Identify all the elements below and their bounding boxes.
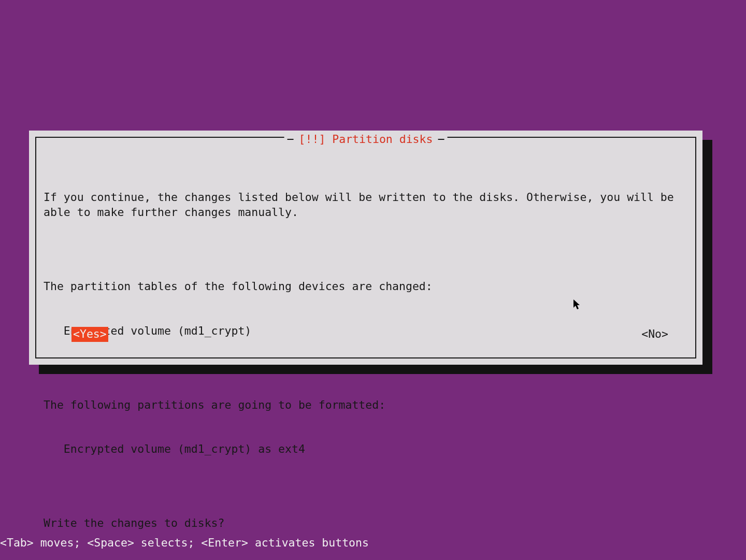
title-rule-right — [438, 139, 444, 140]
partition-dialog: [!!] Partition disks If you continue, th… — [29, 131, 702, 365]
dialog-buttons: <Yes> <No> — [71, 327, 668, 342]
title-rule-left — [288, 139, 294, 140]
body-line: If you continue, the changes listed belo… — [44, 190, 688, 220]
dialog-title-bar: [!!] Partition disks — [284, 132, 448, 147]
help-bar: <Tab> moves; <Space> selects; <Enter> ac… — [0, 536, 369, 551]
no-button[interactable]: <No> — [641, 327, 668, 342]
body-line: Encrypted volume (md1_crypt) as ext4 — [44, 442, 688, 457]
body-line: The following partitions are going to be… — [44, 398, 688, 413]
body-line: Write the changes to disks? — [44, 516, 688, 531]
dialog-title: [!!] Partition disks — [294, 132, 438, 147]
body-line: The partition tables of the following de… — [44, 279, 688, 294]
dialog-body: If you continue, the changes listed belo… — [44, 161, 688, 560]
yes-button[interactable]: <Yes> — [71, 327, 108, 342]
